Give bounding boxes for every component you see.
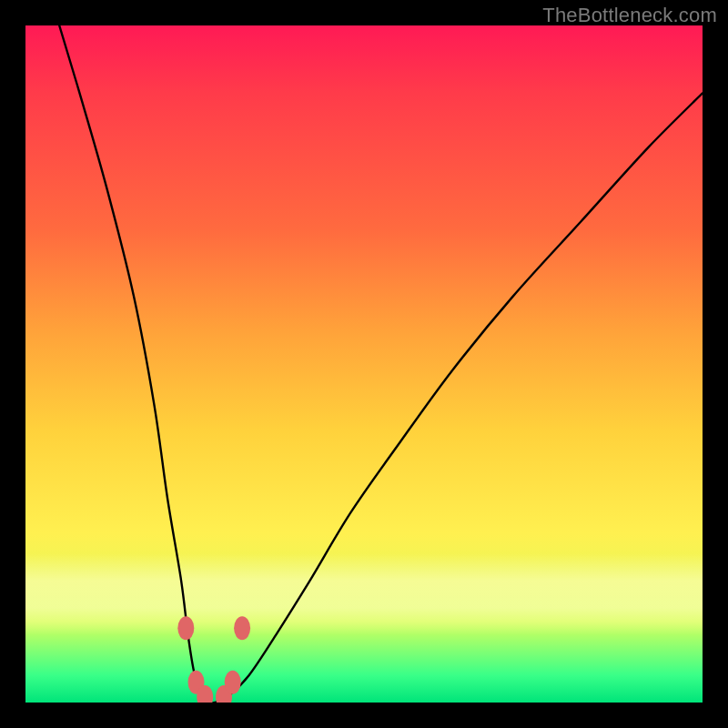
marker-right-lower: [225, 671, 241, 694]
chart-frame: TheBottleneck.com: [0, 0, 728, 728]
marker-left-upper: [177, 616, 194, 640]
watermark-text: TheBottleneck.com: [542, 4, 717, 27]
plot-area: [25, 25, 703, 703]
marker-layer: [177, 616, 250, 703]
bottleneck-curve: [59, 25, 703, 703]
marker-right-upper: [234, 616, 250, 640]
curve-layer: [25, 25, 703, 703]
